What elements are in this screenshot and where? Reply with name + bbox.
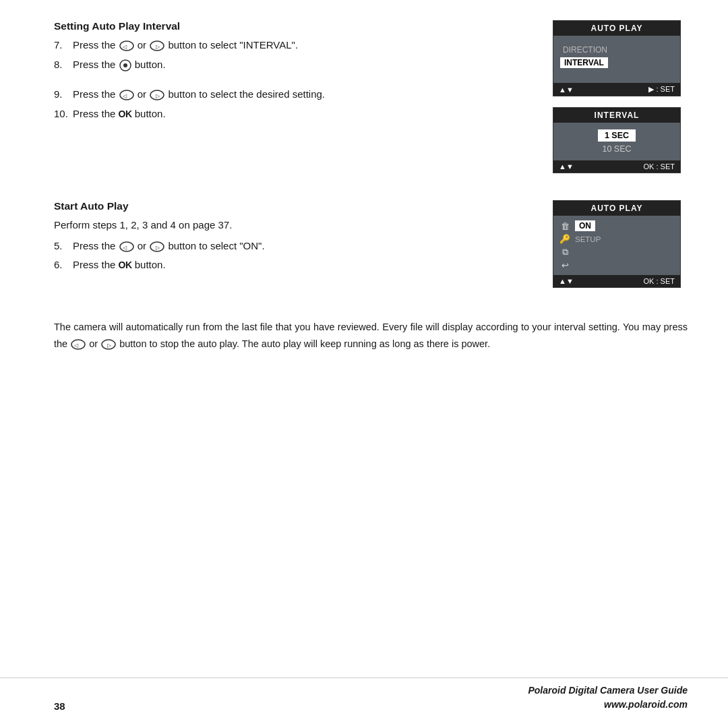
footer-url: www.polaroid.com [528, 698, 688, 712]
section2-steps: 5. Press the ◁ or ▷ button to select "ON… [54, 239, 533, 273]
interval-footer-right: OK : SET [644, 162, 675, 171]
svg-text:◁: ◁ [123, 44, 127, 50]
left-btn-icon-5: ◁ [119, 241, 134, 252]
panel-interval-body: 1 SEC 10 SEC [553, 123, 680, 160]
footer-right-1: ▶ : SET [648, 85, 675, 94]
section2-heading: Start Auto Play [54, 200, 533, 212]
autoplay2-row-setup: 🔑 SETUP [559, 233, 675, 245]
svg-text:▷: ▷ [107, 342, 112, 348]
footer-brand: Polaroid Digital Camera User Guide www.p… [528, 684, 688, 712]
page-footer: 38 Polaroid Digital Camera User Guide ww… [0, 677, 728, 712]
svg-point-5 [123, 63, 127, 67]
step-9-text: Press the ◁ or ▷ button to select the de… [73, 87, 533, 102]
section1-row: Setting Auto Play Interval 7. Press the … [54, 20, 688, 173]
svg-point-14 [71, 340, 85, 349]
step-8: 8. Press the button. [54, 57, 533, 73]
autoplay1-row-direction: DIRECTION [560, 44, 673, 56]
svg-point-6 [120, 90, 133, 100]
autoplay2-setup-val: SETUP [575, 235, 601, 243]
right-btn-icon-9: ▷ [150, 90, 164, 100]
panel-autoplay2: AUTO PLAY 🗑 ON 🔑 SETUP ⧉ [553, 200, 681, 288]
step-10-text: Press the OK button. [73, 107, 533, 122]
section2-row: Start Auto Play Perform steps 1, 2, 3 an… [54, 200, 688, 288]
panel-autoplay2-footer: ▲▼ OK : SET [553, 275, 680, 287]
interval-footer-left: ▲▼ [559, 162, 574, 171]
step-7-text: Press the ◁ or ▷ button to select "INTER… [73, 38, 533, 53]
step-7-num: 7. [54, 38, 73, 53]
svg-text:◁: ◁ [123, 245, 127, 251]
right-btn-icon-5: ▷ [150, 241, 164, 252]
autoplay2-row-on: 🗑 ON [559, 220, 675, 232]
right-btn-icon-para: ▷ [101, 339, 116, 350]
autoplay2-footer-left: ▲▼ [559, 277, 574, 285]
section2-left: Start Auto Play Perform steps 1, 2, 3 an… [54, 200, 553, 288]
footer-brand-name: Polaroid Digital Camera User Guide [528, 684, 688, 698]
svg-point-10 [120, 242, 133, 251]
autoplay2-row-copy: ⧉ [559, 246, 675, 258]
left-btn-icon-7: ◁ [119, 40, 134, 51]
page-number: 38 [54, 700, 65, 712]
step-7: 7. Press the ◁ or ▷ button to select "IN… [54, 38, 533, 53]
panel-interval-title: INTERVAL [553, 108, 680, 123]
section2-panels: AUTO PLAY 🗑 ON 🔑 SETUP ⧉ [553, 200, 688, 288]
panel-autoplay2-title: AUTO PLAY [553, 201, 680, 216]
right-btn-icon-7: ▷ [150, 40, 164, 51]
panel-autoplay2-body: 🗑 ON 🔑 SETUP ⧉ ↩ [553, 216, 680, 275]
section1-left: Setting Auto Play Interval 7. Press the … [54, 20, 553, 173]
step-8-text: Press the button. [73, 57, 533, 73]
trash-icon: 🗑 [559, 221, 571, 231]
svg-text:▷: ▷ [156, 245, 160, 251]
section1-panels: AUTO PLAY DIRECTION INTERVAL ▲▼ ▶ : SET … [553, 20, 688, 173]
autoplay2-footer-right: OK : SET [644, 277, 675, 285]
panel-interval: INTERVAL 1 SEC 10 SEC ▲▼ OK : SET [553, 107, 681, 173]
step-6-num: 6. [54, 257, 73, 273]
step-8-num: 8. [54, 57, 73, 73]
autoplay2-row-back: ↩ [559, 260, 675, 271]
step-9: 9. Press the ◁ or ▷ button to select the… [54, 87, 533, 102]
step-10: 10. Press the OK button. [54, 107, 533, 122]
step-6: 6. Press the OK button. [54, 257, 533, 273]
section1-steps: 7. Press the ◁ or ▷ button to select "IN… [54, 38, 533, 121]
section1-heading: Setting Auto Play Interval [54, 20, 533, 32]
panel-interval-footer: ▲▼ OK : SET [553, 160, 680, 173]
svg-point-0 [120, 41, 133, 51]
step-5: 5. Press the ◁ or ▷ button to select "ON… [54, 239, 533, 254]
ok-label-6: OK [119, 260, 132, 270]
left-btn-icon-para: ◁ [71, 339, 86, 350]
step-9-num: 9. [54, 87, 73, 102]
interval-1sec: 1 SEC [598, 129, 636, 142]
panel-autoplay1: AUTO PLAY DIRECTION INTERVAL ▲▼ ▶ : SET [553, 20, 681, 96]
step-5-num: 5. [54, 239, 73, 254]
svg-text:◁: ◁ [123, 93, 127, 99]
svg-text:▷: ▷ [156, 44, 160, 50]
svg-text:◁: ◁ [74, 342, 79, 348]
ok-label-10: OK [119, 109, 132, 119]
step-10-num: 10. [54, 107, 73, 122]
step-6-text: Press the OK button. [73, 257, 533, 273]
panel-autoplay1-body: DIRECTION INTERVAL [553, 36, 680, 83]
closing-paragraph: The camera will automatically run from t… [54, 319, 688, 352]
panel-autoplay1-title: AUTO PLAY [553, 21, 680, 36]
key-icon: 🔑 [559, 234, 571, 244]
left-btn-icon-9: ◁ [119, 90, 134, 100]
section2-intro: Perform steps 1, 2, 3 and 4 on page 37. [54, 218, 533, 233]
autoplay2-on-val: ON [575, 220, 595, 231]
interval-10sec: 10 SEC [602, 144, 631, 154]
back-icon: ↩ [559, 260, 571, 270]
autoplay1-row-interval: INTERVAL [560, 57, 673, 68]
page: Setting Auto Play Interval 7. Press the … [0, 0, 728, 728]
step-5-text: Press the ◁ or ▷ button to select "ON". [73, 239, 533, 254]
copy-icon: ⧉ [559, 247, 571, 257]
footer-left-1: ▲▼ [559, 86, 574, 94]
set-btn-icon-8 [119, 59, 131, 71]
panel-autoplay1-footer: ▲▼ ▶ : SET [553, 83, 680, 96]
spacer-a [54, 76, 533, 87]
svg-text:▷: ▷ [156, 93, 160, 99]
autoplay1-interval-selected: INTERVAL [560, 57, 608, 68]
